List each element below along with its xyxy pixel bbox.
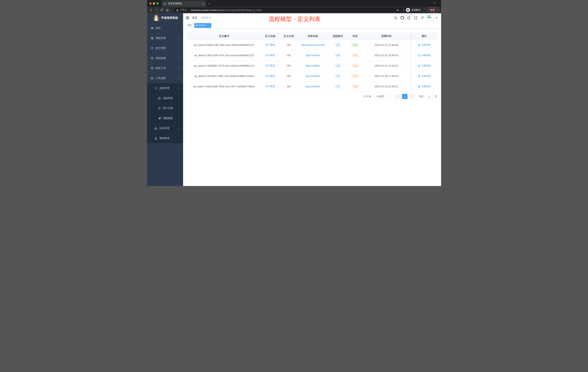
definition-name-link[interactable]: OA 请假	[265, 64, 275, 67]
annotation-title: 流程模型 - 定义列表	[269, 15, 321, 23]
minimize-window-button[interactable]	[153, 2, 155, 5]
cell-definition-id: oa_leave:3:1fad3d93-7b75-11ec-a3c8-acde4…	[187, 61, 262, 71]
breadcrumb-home[interactable]: 首页	[192, 16, 197, 20]
warning-triangle-icon[interactable]	[176, 9, 179, 11]
home-icon[interactable]	[166, 8, 169, 12]
version-badge: v2	[335, 74, 341, 78]
form-link[interactable]: /bpm/oa/flow	[306, 85, 320, 88]
cell-definition-id: oa_leave:5:004b710b-7b8a-11ec-8ef0-acde4…	[187, 40, 262, 50]
user-icon	[418, 85, 420, 88]
sidebar-item-label: 任务管理	[159, 127, 169, 130]
fullscreen-icon[interactable]	[414, 16, 418, 20]
page-size-select[interactable]: 10条/页	[373, 94, 391, 99]
form-link[interactable]: /bpm/oa/flow	[306, 64, 320, 67]
tab-search-chevron-icon[interactable]	[433, 2, 435, 4]
table-row: oa_leave:3:1fad3d93-7b75-11ec-a3c8-acde4…	[187, 61, 437, 71]
incognito-label: 无痕模式	[411, 8, 421, 12]
usergroup-icon	[158, 107, 161, 110]
sidebar-item-3[interactable]: 基础设施	[147, 53, 183, 63]
tag-process-definition[interactable]: 流程定义 ×	[194, 23, 211, 28]
browser-toolbar: 不安全 dashboard.yudao.iocoder.cn/bpm/manag…	[147, 7, 441, 13]
back-icon[interactable]	[149, 8, 153, 12]
table-row: oa_leave:2:3c1f0ef1-76b1-11ec-9c66-a2380…	[187, 71, 437, 81]
breadcrumb-current: 流程定义	[201, 16, 211, 20]
reload-icon[interactable]	[160, 8, 163, 12]
sidebar-item-label: 请假查询	[159, 137, 169, 140]
sidebar-item-10[interactable]: 任务管理	[147, 123, 183, 133]
definition-name-link[interactable]: OA 请假	[265, 54, 275, 57]
form-link[interactable]: /bpm/oa/leave/create	[301, 44, 325, 46]
assign-rule-link[interactable]: 分配规则	[418, 54, 431, 57]
sidebar-item-2[interactable]: ¥支付管理	[147, 43, 183, 53]
app-title: 芋道管理系统	[161, 16, 178, 20]
yen-icon: ¥	[151, 47, 154, 50]
sidebar-item-7[interactable]: 流程表单	[147, 93, 183, 103]
sidebar-item-0[interactable]: 首页	[147, 23, 183, 33]
sidebar-item-label: 流程管理	[159, 87, 169, 90]
definition-name-link[interactable]: OA 请假	[265, 75, 275, 78]
sidebar-item-1[interactable]: 系统管理	[147, 33, 183, 43]
tree-icon	[154, 127, 157, 130]
browser-tab[interactable]: 芋道管理系统 ✕	[162, 0, 206, 7]
tab-close-icon[interactable]: ✕	[202, 2, 204, 5]
assign-rule-link[interactable]: 分配规则	[418, 75, 431, 78]
new-tab-button[interactable]: +	[208, 2, 210, 6]
assign-rule-link[interactable]: 分配规则	[418, 43, 431, 47]
update-button[interactable]: 更新	[428, 8, 439, 12]
sidebar-collapse-icon[interactable]	[183, 16, 192, 20]
status-badge: 挂起	[351, 64, 359, 68]
sidebar-item-4[interactable]: 研发工具	[147, 63, 183, 73]
assign-rule-link[interactable]: 分配规则	[418, 85, 431, 88]
search-icon[interactable]	[394, 16, 397, 20]
form-icon	[158, 97, 161, 100]
security-label[interactable]: 不安全	[180, 8, 187, 12]
forward-icon[interactable]	[155, 8, 158, 12]
sidebar-item-6[interactable]: 流程管理	[147, 83, 183, 93]
bookmark-star-icon[interactable]: ☆	[402, 8, 405, 12]
sidebar-logo[interactable]: 芋道管理系统	[147, 13, 183, 22]
goto-page-input[interactable]	[425, 94, 433, 99]
help-icon[interactable]: ?	[407, 16, 411, 20]
column-header-0: 定义编号	[187, 33, 262, 40]
definition-name-link[interactable]: OA 请假	[265, 43, 275, 47]
avatar-caret-icon[interactable]	[436, 17, 437, 19]
form-link[interactable]: /bpm/oa/flow	[306, 75, 320, 77]
chevron-down-icon	[178, 67, 180, 69]
cell-deploy-time: 2022-01-16 17:46:53	[362, 71, 411, 81]
github-icon[interactable]	[400, 16, 404, 20]
cell-definition-id: oa_leave:1:482ec033-762a-11ec-8477-a2380…	[187, 81, 262, 92]
sidebar-item-9[interactable]: 流程模型	[147, 113, 183, 123]
address-bar[interactable]: 不安全 dashboard.yudao.iocoder.cn/bpm/manag…	[173, 8, 407, 12]
briefcase-icon	[151, 77, 154, 80]
cell-definition-id: oa_leave:2:3c1f0ef1-76b1-11ec-9c66-a2380…	[187, 71, 262, 81]
page-number-button[interactable]: 1	[402, 94, 408, 99]
zoom-window-button[interactable]	[157, 2, 159, 5]
browser-menu-kebab-icon[interactable]	[436, 9, 437, 11]
form-link[interactable]: /bpm/oa/flow	[306, 54, 320, 57]
sidebar-item-5[interactable]: 工作流程	[147, 73, 183, 83]
column-header-1: 定义名称	[262, 33, 279, 40]
sidebar-item-11[interactable]: 请假查询	[147, 133, 183, 143]
toolbox-icon	[151, 67, 154, 70]
breadcrumb: 首页 / 流程定义	[192, 16, 211, 20]
table-row: oa_leave:5:004b710b-7b8a-11ec-8ef0-acde4…	[187, 40, 437, 50]
assign-rule-link[interactable]: 分配规则	[418, 64, 431, 67]
tag-close-icon[interactable]: ×	[209, 24, 210, 26]
page-unit-label: 页	[435, 95, 437, 98]
close-window-button[interactable]	[149, 2, 151, 5]
chevron-down-icon	[178, 37, 180, 39]
chevron-down-icon	[178, 128, 180, 129]
prev-page-button[interactable]: ‹	[395, 94, 400, 99]
sidebar-item-8[interactable]: 用户分组	[147, 103, 183, 113]
window-controls	[149, 2, 159, 5]
key-icon[interactable]	[396, 9, 399, 12]
column-header-5: 状态	[349, 33, 362, 40]
definition-name-link[interactable]: OA 请假	[265, 85, 275, 88]
sidebar-item-label: 支付管理	[156, 47, 166, 50]
sidebar-item-label: 系统管理	[156, 37, 166, 40]
browser-tabstrip: 芋道管理系统 ✕ +	[147, 0, 441, 7]
next-page-button[interactable]: ›	[409, 94, 414, 99]
tag-home[interactable]: 首页	[186, 23, 193, 28]
avatar[interactable]	[427, 15, 434, 21]
font-size-icon[interactable]: тT	[420, 16, 424, 20]
